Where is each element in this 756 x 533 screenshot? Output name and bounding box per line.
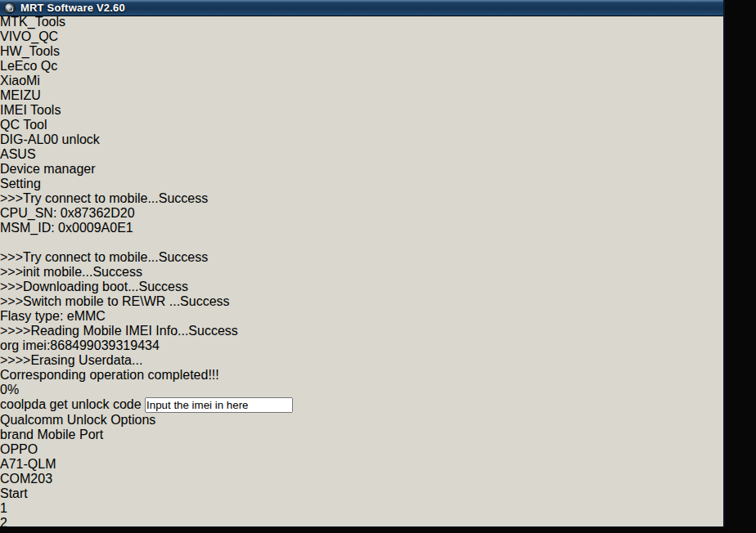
device-manager-button[interactable]: Device manager — [0, 162, 723, 177]
setting-button[interactable]: Setting — [0, 177, 723, 191]
tab-leeco-qc[interactable]: LeEco Qc — [0, 59, 723, 74]
brand-select-value: OPPO — [0, 442, 38, 456]
start-button[interactable]: Start — [0, 486, 723, 501]
brand-select[interactable]: OPPO — [0, 442, 723, 457]
window-controls — [677, 2, 718, 12]
tab-qc-tool[interactable]: QC Tool — [0, 118, 723, 132]
console-log[interactable]: >>>Try connect to mobile...Success CPU_S… — [0, 191, 723, 383]
console-line: >>>Switch mobile to RE\WR ...Success — [0, 294, 723, 309]
mrt-software-window: MRT Software V2.60 QC_Unlock MTK_Tools V… — [0, 0, 725, 527]
port-label: Port — [79, 428, 103, 441]
console-line: >>>>Reading Mobile IMEI Info...Success — [0, 324, 723, 338]
desktop: MRT Software V2.60 QC_Unlock MTK_Tools V… — [0, 0, 756, 533]
maximize-button[interactable] — [691, 2, 704, 12]
console-line: >>>init mobile...Success — [0, 265, 723, 280]
imei-input[interactable] — [145, 397, 293, 413]
qualcomm-unlock-options-group: Qualcomm Unlock Options — [0, 413, 723, 428]
console-line: >>>Try connect to mobile...Success — [0, 191, 723, 206]
port-select[interactable]: COM203 — [0, 472, 723, 486]
tab-asus[interactable]: ASUS — [0, 147, 723, 162]
progress-value: 0% — [0, 383, 19, 396]
tab-vivo-qc[interactable]: VIVO_QC — [0, 29, 723, 44]
brand-label: brand — [0, 428, 34, 441]
console-line: Flasy type: eMMC — [0, 309, 723, 324]
annotation-step-1: 1 — [0, 501, 723, 516]
app-icon — [4, 2, 16, 14]
mobile-select-value: A71-QLM — [0, 457, 56, 471]
tab-xiaomi[interactable]: XiaoMi — [0, 74, 723, 88]
mobile-label: Mobile — [37, 428, 75, 441]
console-line: >>>Try connect to mobile...Success — [0, 250, 723, 265]
console-line: Corresponding operation completed!!! — [0, 368, 723, 383]
console-line: CPU_SN: 0x87362D20 — [0, 206, 723, 221]
tab-meizu[interactable]: MEIZU — [0, 88, 723, 103]
annotation-step-2: 2 — [0, 516, 723, 531]
tab-dig-al00-unlock[interactable]: DIG-AL00 unlock — [0, 132, 723, 147]
console-line — [0, 235, 723, 250]
progress-bar: 0% — [0, 383, 723, 397]
client-area: QC_Unlock MTK_Tools VIVO_QC HW_Tools LeE… — [0, 0, 723, 533]
coolpda-checkbox-label: coolpda get unlock code — [0, 397, 142, 411]
group-title: Qualcomm Unlock Options — [0, 413, 155, 427]
tab-mtk-tools[interactable]: MTK_Tools — [0, 15, 723, 29]
unlock-panel: coolpda get unlock code Qualcomm Unlock … — [0, 397, 723, 501]
start-button-label: Start — [0, 486, 28, 500]
console-line: >>>Downloading boot...Success — [0, 280, 723, 294]
title-bar[interactable]: MRT Software V2.60 — [0, 0, 723, 16]
console-line: MSM_ID: 0x0009A0E1 — [0, 221, 723, 235]
window-title: MRT Software V2.60 — [20, 2, 125, 14]
mobile-select[interactable]: A71-QLM — [0, 457, 723, 472]
tab-imei-tools[interactable]: IMEI Tools — [0, 103, 723, 118]
port-select-value: COM203 — [0, 472, 52, 486]
close-button[interactable] — [705, 2, 719, 12]
console-line: org imei:868499039319434 — [0, 338, 723, 353]
tab-hw-tools[interactable]: HW_Tools — [0, 44, 723, 59]
minimize-button[interactable] — [676, 2, 690, 12]
console-line: >>>>Erasing Userdata... — [0, 353, 723, 368]
